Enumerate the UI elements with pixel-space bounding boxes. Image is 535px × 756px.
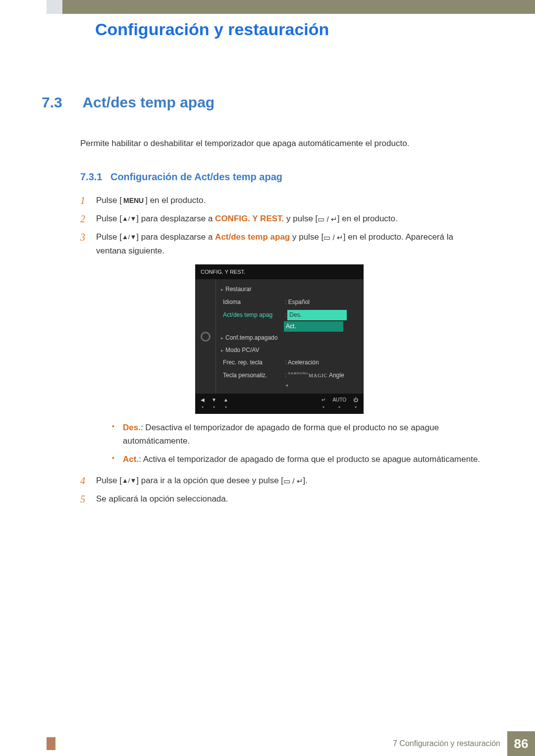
osd-row: ▸Conf.temp.apagado (216, 332, 358, 344)
target-menu: CONFIG. Y REST. (215, 214, 284, 223)
menu-key: MENU (122, 195, 145, 206)
footer-text: 7 Configuración y restauración (393, 739, 500, 748)
bullet-label: Des. (123, 423, 141, 432)
step-text: Pulse [ (96, 476, 122, 485)
subsection-number: 7.3.1 (80, 171, 102, 182)
chapter-title: Configuración y restauración (95, 20, 329, 39)
osd-screenshot: CONFIG. Y REST. ▸Restaurar IdiomaEspañol… (195, 264, 364, 414)
step-2: 2 Pulse [▲/▼] para desplazarse a CONFIG.… (80, 212, 485, 225)
step-number: 2 (80, 211, 85, 227)
bullet-text: : Activa el temporizador de apagado de f… (139, 454, 480, 464)
osd-row: Act. (216, 322, 358, 332)
step-text: ] para desplazarse a (136, 232, 215, 242)
header-band (47, 0, 535, 14)
bullet-act: Act.: Activa el temporizador de apagado … (112, 453, 485, 466)
step-text: y pulse [ (290, 232, 323, 242)
osd-icon-col (196, 279, 215, 394)
page-footer: 7 Configuración y restauración 86 (47, 731, 535, 756)
header-tab (47, 0, 62, 14)
steps-list: 1 Pulse [MENU] en el producto. 2 Pulse [… (80, 194, 485, 506)
osd-label: Tecla personaliz. (223, 371, 285, 380)
step-text: ] en el producto. (145, 196, 206, 205)
subsection-title: Configuración de Act/des temp apag (110, 171, 282, 182)
section-title: Act/des temp apag (82, 94, 214, 111)
osd-label: Modo PC/AV (225, 346, 287, 355)
enter-key: ▭ / ↵ (318, 213, 337, 225)
osd-row-highlight: Act/des temp apag: Des. (216, 308, 358, 322)
bullet-des: Des.: Desactiva el temporizador de apaga… (112, 421, 485, 448)
step-text: y pulse [ (284, 214, 318, 223)
osd-label: Idioma (223, 298, 285, 307)
step-3: 3 Pulse [▲/▼] para desplazarse a Act/des… (80, 230, 485, 466)
step-4: 4 Pulse [▲/▼] para ir a la opción que de… (80, 474, 485, 487)
osd-row: IdiomaEspañol (216, 296, 358, 308)
osd-value: Aceleración (285, 358, 319, 367)
step-number: 3 (80, 229, 85, 245)
step-text: ] para ir a la opción que desee y pulse … (136, 476, 283, 485)
osd-body: ▸Restaurar IdiomaEspañol Act/des temp ap… (196, 279, 363, 394)
osd-label: Restaurar (225, 285, 287, 294)
bullet-text: : Desactiva el temporizador de apagado d… (123, 423, 439, 446)
osd-row: Frec. rep. teclaAceleración (216, 356, 358, 369)
osd-row: ▸Restaurar (216, 283, 358, 296)
step-number: 5 (80, 491, 85, 507)
updown-key: ▲/▼ (122, 476, 136, 486)
osd-option: Act. (284, 321, 343, 332)
step-text: ]. (303, 476, 308, 485)
osd-row: Tecla personaliz.SAMSUNGMAGIC Angle (216, 369, 358, 382)
osd-footer: ◀▾ ▼▾ ▲▾ ↵▾ AUTO▾ ⏻▾ (196, 394, 363, 413)
osd-row: ▸Modo PC/AV (216, 344, 358, 356)
enter-key: ▭ / ↵ (323, 232, 343, 244)
section-intro: Permite habilitar o deshabilitar el temp… (80, 139, 485, 149)
osd-rows: ▸Restaurar IdiomaEspañol Act/des temp ap… (215, 279, 363, 394)
step-text: Pulse [ (96, 196, 122, 205)
osd-option-selected: Des. (287, 310, 347, 320)
option-bullets: Des.: Desactiva el temporizador de apaga… (112, 421, 485, 466)
step-1: 1 Pulse [MENU] en el producto. (80, 194, 485, 207)
updown-key: ▲/▼ (122, 232, 136, 243)
step-text: Se aplicará la opción seleccionada. (96, 494, 228, 504)
gear-icon (201, 332, 211, 342)
step-text: ] para desplazarse a (136, 214, 215, 223)
enter-key: ▭ / ↵ (283, 475, 303, 487)
osd-value: Español (285, 298, 310, 307)
osd-label: Act/des temp apag (223, 310, 285, 320)
step-number: 4 (80, 473, 85, 489)
step-text: ] en el producto. (337, 214, 398, 223)
footer-tab (47, 737, 55, 750)
osd-label: Frec. rep. tecla (223, 358, 285, 367)
osd-header: CONFIG. Y REST. (196, 265, 363, 280)
osd-value: SAMSUNGMAGIC Angle (285, 371, 344, 380)
page-number: 86 (507, 731, 535, 756)
updown-key: ▲/▼ (122, 214, 136, 224)
step-text: Pulse [ (96, 232, 122, 242)
target-menu: Act/des temp apag (215, 232, 290, 242)
step-text: Pulse [ (96, 214, 122, 223)
section-body: 7.3 Act/des temp apag Permite habilitar … (42, 94, 485, 511)
osd-label: Conf.temp.apagado (225, 333, 287, 343)
step-number: 1 (80, 193, 85, 208)
section-number: 7.3 (42, 94, 80, 111)
subsection-heading: 7.3.1 Configuración de Act/des temp apag (80, 171, 485, 183)
step-5: 5 Se aplicará la opción seleccionada. (80, 492, 485, 505)
bullet-label: Act. (123, 454, 139, 464)
